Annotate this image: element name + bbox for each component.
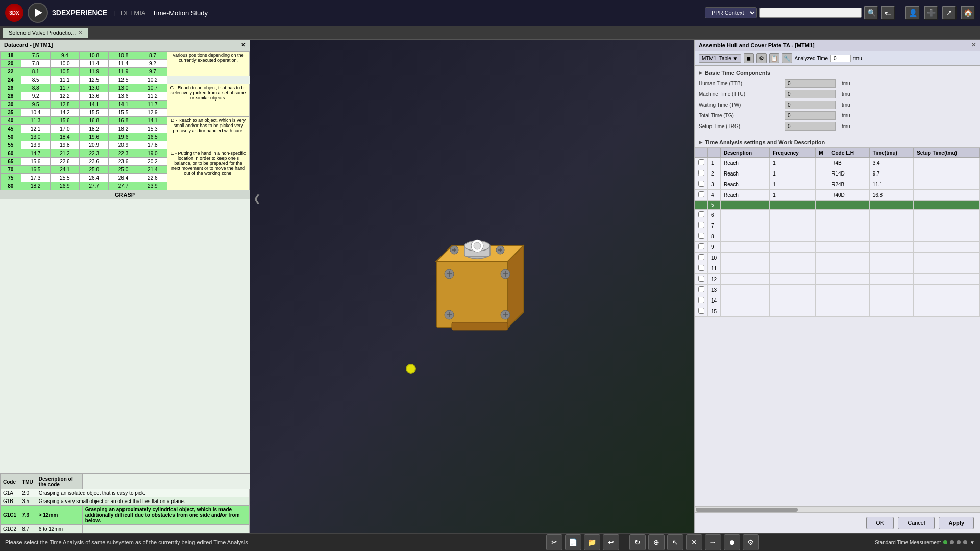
mtm-table-row[interactable]: 6 — [695, 210, 980, 220]
data-table-container[interactable]: 187.59.410.810.88.7various positions dep… — [0, 51, 250, 473]
time-analysis-arrow: ▶ — [699, 140, 702, 145]
tool-folder[interactable]: 📁 — [584, 534, 600, 550]
mtm-table-row[interactable]: 7 — [695, 220, 980, 231]
analyzed-time-input[interactable] — [830, 55, 851, 62]
code-table-row: G1C17.3> 12mmGrasping an approximately c… — [1, 506, 250, 525]
search-area: PPR Context 🔍 🏷 — [705, 6, 895, 20]
app-logo: 3DX — [5, 4, 23, 22]
grasp-code-table: Code TMU Description of the code G1A2.0G… — [0, 474, 250, 533]
tool-doc[interactable]: 📄 — [565, 534, 581, 550]
total-time-input[interactable] — [785, 111, 836, 120]
mtm-table-row[interactable]: 14 — [695, 295, 980, 306]
mtm-data-table: Description Frequency M Code L.H Time(tm… — [695, 148, 980, 317]
right-panel-close-button[interactable]: ✕ — [971, 42, 976, 48]
dot-4 — [963, 540, 967, 544]
mtm-icon-2[interactable]: ⚙ — [756, 53, 767, 63]
tool-cross[interactable]: ✕ — [686, 534, 702, 550]
ok-button[interactable]: OK — [866, 517, 894, 529]
mtm-table-dropdown[interactable]: MTM1_Table ▼ — [699, 54, 741, 63]
code-table-row: G1A2.0Grasping an isolated object that i… — [1, 489, 250, 497]
grasp-header: GRASP — [0, 190, 250, 199]
dot-1 — [943, 540, 947, 544]
mtm-icon-3[interactable]: 📋 — [769, 53, 779, 63]
statusbar: Please select the Time Analysis of same … — [0, 533, 980, 551]
tool-settings[interactable]: ⚙ — [743, 534, 759, 550]
setup-header: Setup Time(tmu) — [914, 148, 980, 158]
mtm-table-row[interactable]: 10 — [695, 253, 980, 263]
time-analysis-header[interactable]: ▶ Time Analysis settings and Work Descri… — [699, 139, 976, 145]
tag-button[interactable]: 🏷 — [881, 6, 895, 20]
dot-3 — [957, 540, 961, 544]
mtm-table-container[interactable]: Description Frequency M Code L.H Time(tm… — [695, 148, 980, 506]
mtm-table-row[interactable]: 5 — [695, 201, 980, 210]
mtm-table-row[interactable]: 1Reach1R4B3.4 — [695, 158, 980, 168]
tool-move[interactable]: ⊕ — [648, 534, 665, 550]
table-row: 248.511.112.512.510.2 — [1, 76, 250, 84]
tab-close-button[interactable]: ✕ — [78, 30, 82, 35]
table-row: 4011.315.616.816.814.1D - Reach to an ob… — [1, 117, 250, 125]
topbar: 3DX 3DEXPERIENCE | DELMIA Time-Motion St… — [0, 0, 980, 26]
tool-pointer[interactable]: ↖ — [667, 534, 683, 550]
human-time-input[interactable] — [785, 79, 836, 88]
mtm-scrollbar[interactable] — [695, 506, 980, 512]
share-icon[interactable]: ↗ — [942, 6, 957, 20]
left-panel: Datacard - [MTM1] ✕ 187.59.410.810.88.7v… — [0, 40, 250, 533]
module-label: Time-Motion Study — [152, 9, 208, 17]
mtm-table-row[interactable]: 3Reach1R24B11.1 — [695, 179, 980, 190]
machine-time-input[interactable] — [785, 90, 836, 98]
mtm-table-row[interactable]: 9 — [695, 242, 980, 253]
search-input[interactable] — [760, 8, 862, 18]
bottom-toolbar: ✂ 📄 📁 ↩ ↻ ⊕ ↖ ✕ → ⏺ ⚙ — [440, 534, 865, 550]
setup-time-input[interactable] — [785, 122, 836, 131]
tab-label: Solenoid Valve Productio... — [9, 30, 76, 36]
datacard-close-button[interactable]: ✕ — [241, 42, 246, 48]
basic-time-arrow: ▶ — [699, 70, 702, 76]
mtm-table-row[interactable]: 15 — [695, 306, 980, 317]
mtm-table-row[interactable]: 2Reach1R14D9.7 — [695, 168, 980, 179]
time-header: Time(tmu) — [869, 148, 914, 158]
play-button[interactable] — [28, 3, 48, 23]
expand-arrow[interactable]: ▼ — [970, 540, 975, 545]
scroll-thumb[interactable] — [696, 508, 798, 512]
home-icon[interactable]: 🏠 — [961, 6, 975, 20]
tool-undo[interactable]: ↩ — [603, 534, 619, 550]
tool-record[interactable]: ⏺ — [724, 534, 740, 550]
mtm-table-row[interactable]: 13 — [695, 285, 980, 295]
mtm-table-row[interactable]: 8 — [695, 231, 980, 242]
row-num-header — [708, 148, 721, 158]
setup-time-label: Setup Time (TRG) — [699, 123, 780, 129]
human-time-label: Human Time (TTB) — [699, 81, 780, 86]
mtm-table-row[interactable]: 4Reach1R40D16.8 — [695, 190, 980, 201]
search-button[interactable]: 🔍 — [864, 6, 878, 20]
tool-rotate[interactable]: ↻ — [629, 534, 646, 550]
mtm-table-row[interactable]: 11 — [695, 263, 980, 274]
solenoid-tab[interactable]: Solenoid Valve Productio... ✕ — [3, 28, 88, 38]
tool-arrow[interactable]: → — [705, 534, 721, 550]
cancel-button[interactable]: Cancel — [898, 517, 935, 529]
datacard-title: Datacard - [MTM1] — [4, 42, 53, 48]
add-icon[interactable]: ➕ — [924, 6, 938, 20]
user-icon[interactable]: 👤 — [905, 6, 920, 20]
checkbox-header — [695, 148, 708, 158]
svg-rect-26 — [452, 322, 508, 330]
desc-header: Description — [721, 148, 770, 158]
code-table-container: Code TMU Description of the code G1A2.0G… — [0, 473, 250, 533]
waiting-time-label: Waiting Time (TW) — [699, 102, 780, 108]
ppr-context-dropdown[interactable]: PPR Context — [705, 7, 757, 18]
mtm-table-label: MTM1_Table — [702, 56, 731, 61]
tool-scissors[interactable]: ✂ — [546, 534, 562, 550]
waiting-time-unit: tmu — [842, 102, 850, 108]
basic-time-section: ▶ Basic Time Components Human Time (TTB)… — [695, 66, 980, 137]
mtm-icon-4[interactable]: 🔧 — [782, 53, 792, 63]
mtm-icon-1[interactable]: ◼ — [744, 53, 754, 63]
waiting-time-input[interactable] — [785, 101, 836, 109]
mtm-toolbar: MTM1_Table ▼ ◼ ⚙ 📋 🔧 Analyzed Time tmu — [695, 51, 980, 66]
mtm-table-row[interactable]: 12 — [695, 274, 980, 285]
std-time-text: Standard Time Measurement — [875, 540, 941, 545]
table-row: 268.811.713.013.010.7C - Reach to an obj… — [1, 84, 250, 92]
svg-point-7 — [474, 242, 481, 249]
apply-button[interactable]: Apply — [939, 517, 974, 529]
basic-time-header[interactable]: ▶ Basic Time Components — [699, 70, 976, 76]
time-analysis-label: Time Analysis settings and Work Descript… — [705, 139, 825, 145]
cursor-indicator — [406, 364, 416, 374]
